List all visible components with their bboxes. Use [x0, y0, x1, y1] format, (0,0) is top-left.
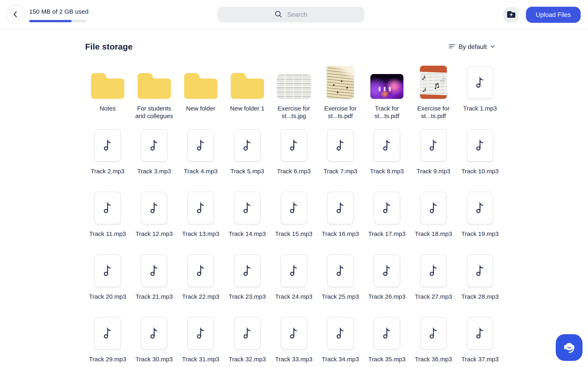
file-item-audio[interactable]: Track 14.mp3: [224, 192, 270, 254]
music-note-icon: [290, 264, 298, 277]
upload-files-button[interactable]: Upload Files: [526, 7, 581, 23]
audio-file-icon: [420, 254, 447, 287]
file-item-audio[interactable]: Track 30.mp3: [131, 317, 177, 367]
music-note-icon: [150, 201, 158, 215]
file-item-audio[interactable]: Track 19.mp3: [457, 192, 503, 254]
music-note-icon: [336, 264, 345, 277]
file-name: Track 35.mp3: [368, 355, 406, 363]
file-item-audio[interactable]: Track 5.mp3: [224, 129, 270, 192]
audio-file-icon: [234, 317, 260, 350]
music-note-icon: [476, 201, 484, 215]
music-note-icon: [429, 264, 438, 277]
folder-plus-icon: [507, 10, 516, 19]
file-name: Track 29.mp3: [89, 355, 126, 363]
music-note-icon: [150, 264, 158, 277]
file-item-audio[interactable]: Track 17.mp3: [364, 192, 410, 254]
audio-file-icon: [141, 192, 167, 224]
chat-button[interactable]: [556, 334, 582, 361]
music-note-icon: [197, 139, 205, 152]
file-item-audio[interactable]: Track 4.mp3: [177, 129, 224, 192]
file-item-audio[interactable]: Track 21.mp3: [131, 254, 177, 317]
file-item-audio[interactable]: Track 20.mp3: [84, 254, 131, 317]
file-item-audio[interactable]: Track 26.mp3: [364, 254, 410, 317]
file-item-audio[interactable]: Track 27.mp3: [410, 254, 457, 317]
file-item-audio[interactable]: Track 11.mp3: [84, 192, 131, 254]
folder-item[interactable]: Notes: [84, 66, 131, 129]
file-item-audio[interactable]: Track 37.mp3: [457, 317, 503, 367]
file-name: Track 31.mp3: [182, 355, 219, 363]
audio-file-icon: [374, 254, 400, 287]
music-note-icon: [197, 327, 205, 340]
file-name: Track 16.mp3: [322, 230, 359, 238]
file-item-audio[interactable]: Track 32.mp3: [224, 317, 270, 367]
file-item-audio[interactable]: Track 29.mp3: [84, 317, 131, 367]
file-item-audio[interactable]: Track 18.mp3: [410, 192, 457, 254]
file-item-audio[interactable]: Track 1.mp3: [457, 66, 503, 129]
file-item-audio[interactable]: Track 35.mp3: [364, 317, 410, 367]
file-name: Track 26.mp3: [368, 293, 406, 300]
file-item-audio[interactable]: Track 22.mp3: [177, 254, 224, 317]
audio-file-icon: [234, 192, 260, 224]
file-name: Exercise for st...ts.pdf: [412, 105, 455, 120]
file-item-audio[interactable]: Track 6.mp3: [270, 129, 317, 192]
file-item-audio[interactable]: Track 7.mp3: [317, 129, 364, 192]
audio-file-icon: [467, 192, 493, 224]
music-note-icon: [429, 139, 438, 152]
file-item-audio[interactable]: Track 15.mp3: [270, 192, 317, 254]
file-name: Track 37.mp3: [461, 355, 499, 363]
folder-item[interactable]: New folder 1: [224, 66, 270, 129]
file-item-audio[interactable]: Track 2.mp3: [84, 129, 131, 192]
search-icon: [274, 10, 283, 19]
item-art: [270, 254, 317, 287]
file-item-audio[interactable]: Track 36.mp3: [410, 317, 457, 367]
file-item-audio[interactable]: Track 3.mp3: [131, 129, 177, 192]
file-item-audio[interactable]: Track 28.mp3: [457, 254, 503, 317]
file-item-audio[interactable]: Track 33.mp3: [270, 317, 317, 367]
audio-file-icon: [141, 129, 167, 162]
folder-item[interactable]: For students and collegues: [131, 66, 177, 129]
file-item-audio[interactable]: Track 23.mp3: [224, 254, 270, 317]
sort-control[interactable]: By default: [449, 43, 495, 50]
item-art: [457, 192, 503, 224]
file-item-audio[interactable]: Track 24.mp3: [270, 254, 317, 317]
back-button[interactable]: [7, 6, 24, 24]
file-item-audio[interactable]: Track 8.mp3: [364, 129, 410, 192]
file-name: Exercise for st...ts.jpg: [272, 105, 316, 120]
file-item-audio[interactable]: Track 9.mp3: [410, 129, 457, 192]
folder-icon: [184, 73, 217, 99]
file-thumbnail: ♪♬♪♫: [327, 66, 354, 99]
search-input[interactable]: Search: [217, 7, 364, 22]
file-name: Track 13.mp3: [182, 230, 219, 238]
file-item-audio[interactable]: Track 34.mp3: [317, 317, 364, 367]
file-name: Track 14.mp3: [229, 230, 266, 238]
file-name: Track 12.mp3: [136, 230, 173, 238]
file-item-audio[interactable]: Track 10.mp3: [457, 129, 503, 192]
file-item-image[interactable]: ♪♬♪♫ Exercise for st...ts.jpg: [270, 66, 317, 129]
item-art: [224, 317, 270, 350]
file-item-audio[interactable]: Track 12.mp3: [131, 192, 177, 254]
audio-file-icon: [327, 317, 354, 350]
item-art: [317, 129, 364, 162]
folder-icon: [231, 73, 264, 99]
file-item-image[interactable]: ♪♬♪♫ Exercise for st...ts.pdf: [410, 66, 457, 129]
audio-file-icon: [281, 254, 307, 287]
file-item-audio[interactable]: Track 31.mp3: [177, 317, 224, 367]
file-item-image[interactable]: ♪♬♪♫ Track for st...ts.pdf: [364, 66, 410, 129]
music-note-icon: [476, 264, 484, 277]
file-item-audio[interactable]: Track 25.mp3: [317, 254, 364, 317]
audio-file-icon: [374, 192, 400, 224]
file-item-audio[interactable]: Track 16.mp3: [317, 192, 364, 254]
file-name: Track 9.mp3: [416, 167, 450, 175]
audio-file-icon: [374, 129, 400, 162]
file-item-audio[interactable]: Track 13.mp3: [177, 192, 224, 254]
file-name: Track 7.mp3: [323, 167, 357, 175]
file-name: Notes: [100, 105, 116, 112]
new-folder-button[interactable]: [503, 7, 519, 23]
folder-item[interactable]: New folder: [177, 66, 224, 129]
file-item-image[interactable]: ♪♬♪♫ Exercise for st...ts.pdf: [317, 66, 364, 129]
item-art: [131, 66, 177, 99]
storage-usage-text: 150 MB of 2 GB used: [29, 8, 89, 15]
top-bar: 150 MB of 2 GB used Search Upload Files: [0, 0, 588, 29]
chevron-down-icon: [490, 45, 495, 49]
audio-file-icon: [467, 254, 493, 287]
